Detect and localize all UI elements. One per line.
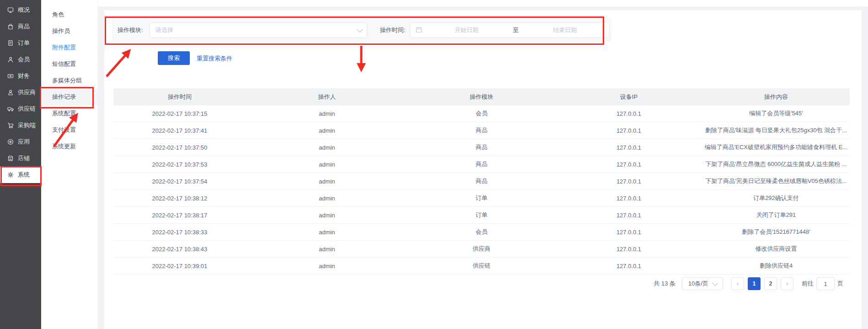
system-submenu-list: 角色 操作员 附件配置 短信配置 多媒体分组 操作记录 系统配置 支付设置 系统… <box>41 0 97 155</box>
sidebar-item-label: 采购端 <box>18 121 36 129</box>
finance-icon <box>7 73 14 79</box>
table-row: 2022-02-17 10:39:01admin供应链127.0.0.1删除供应… <box>113 258 850 275</box>
submenu-item-media-groups[interactable]: 多媒体分组 <box>41 72 97 89</box>
cell-time: 2022-02-17 10:37:41 <box>113 122 246 139</box>
goto-suffix-label: 页 <box>837 280 843 288</box>
table-row: 2022-02-17 10:37:41admin商品127.0.0.1删除了商品… <box>113 122 850 139</box>
end-date-input[interactable]: 结束日期 <box>520 26 609 34</box>
col-header-ip: 设备IP <box>555 88 702 105</box>
sidebar-item-shop[interactable]: 店铺 <box>0 150 41 167</box>
submenu-item-operators[interactable]: 操作员 <box>41 23 97 39</box>
cell-operator: admin <box>246 241 408 258</box>
start-date-input[interactable]: 开始日期 <box>422 26 511 34</box>
date-range-picker[interactable]: 开始日期 至 结束日期 <box>410 22 610 38</box>
operation-log-table-wrap: 操作时间 操作人 操作模块 设备IP 操作内容 2022-02-17 10:37… <box>113 88 850 275</box>
cell-ip: 127.0.0.1 <box>555 122 702 139</box>
goto-page-input[interactable] <box>816 277 835 290</box>
table-row: 2022-02-17 10:37:15admin会员127.0.0.1编辑了会员… <box>113 105 850 122</box>
main-sidebar: 概况 商品 订单 会员 财务 供应商 供应链 采购端 <box>0 0 41 329</box>
sidebar-item-label: 供应链 <box>18 105 36 113</box>
submenu-item-sms-config[interactable]: 短信配置 <box>41 56 97 72</box>
cell-operator: admin <box>246 190 408 207</box>
sidebar-item-label: 概况 <box>18 6 30 14</box>
cell-module: 商品 <box>408 173 555 190</box>
cell-time: 2022-02-17 10:37:15 <box>113 105 246 122</box>
sidebar-item-label: 店铺 <box>18 154 30 162</box>
cell-content: 删除了会员'15216771448' <box>702 224 850 241</box>
col-header-content: 操作内容 <box>702 88 850 105</box>
member-icon <box>7 56 14 63</box>
submenu-item-operation-log[interactable]: 操作记录 <box>41 89 97 105</box>
time-filter-label: 操作时间: <box>380 26 406 34</box>
cell-ip: 127.0.0.1 <box>555 139 702 156</box>
sidebar-item-system[interactable]: 系统 <box>0 167 41 183</box>
sidebar-item-procurement[interactable]: 采购端 <box>0 117 41 134</box>
cell-operator: admin <box>246 173 408 190</box>
cell-operator: admin <box>246 122 408 139</box>
submenu-item-payment-config[interactable]: 支付设置 <box>41 122 97 138</box>
search-button[interactable]: 搜索 <box>158 51 190 65</box>
cell-operator: admin <box>246 258 408 275</box>
table-row: 2022-02-17 10:38:33admin会员127.0.0.1删除了会员… <box>113 224 850 241</box>
operation-log-table: 操作时间 操作人 操作模块 设备IP 操作内容 2022-02-17 10:37… <box>113 88 850 275</box>
cell-ip: 127.0.0.1 <box>555 156 702 173</box>
apps-icon <box>7 139 14 145</box>
date-range-separator: 至 <box>511 26 520 34</box>
pagination-total: 共 13 条 <box>654 280 675 288</box>
cell-time: 2022-02-17 10:38:12 <box>113 190 246 207</box>
cell-content: 编辑了商品'ECX破壁机家用预约多功能辅食料理机 E... <box>702 139 850 156</box>
submenu-item-system-config[interactable]: 系统配置 <box>41 105 97 122</box>
calendar-icon <box>416 27 422 34</box>
table-header-row: 操作时间 操作人 操作模块 设备IP 操作内容 <box>113 88 850 105</box>
sidebar-item-supplier[interactable]: 供应商 <box>0 84 41 101</box>
chevron-down-icon <box>712 280 718 286</box>
goto-label: 前往 <box>802 280 814 288</box>
cell-ip: 127.0.0.1 <box>555 105 702 122</box>
sidebar-item-finance[interactable]: 财务 <box>0 68 41 84</box>
system-gear-icon <box>7 172 14 178</box>
sidebar-item-label: 财务 <box>18 72 30 80</box>
page-button-1[interactable]: 1 <box>748 277 761 290</box>
cell-content: 删除了商品'味滋源 每日坚果大礼包25gx30包 混合干... <box>702 122 850 139</box>
system-submenu: 角色 操作员 附件配置 短信配置 多媒体分组 操作记录 系统配置 支付设置 系统… <box>41 0 98 329</box>
cell-operator: admin <box>246 156 408 173</box>
cell-time: 2022-02-17 10:38:17 <box>113 207 246 224</box>
submenu-item-roles[interactable]: 角色 <box>41 6 97 23</box>
module-filter-label: 操作模块: <box>118 26 143 34</box>
cell-module: 供应商 <box>408 241 555 258</box>
sidebar-item-members[interactable]: 会员 <box>0 51 41 68</box>
cell-content: 下架了商品'完美日记至臻柔色丝绒唇釉V05色锈棕法... <box>702 173 850 190</box>
prev-page-button[interactable]: ‹ <box>731 277 744 290</box>
sidebar-item-label: 应用 <box>18 138 30 146</box>
cell-ip: 127.0.0.1 <box>555 241 702 258</box>
sidebar-item-orders[interactable]: 订单 <box>0 35 41 51</box>
submenu-item-system-update[interactable]: 系统更新 <box>41 138 97 155</box>
cell-module: 会员 <box>408 105 555 122</box>
submenu-item-attachment-config[interactable]: 附件配置 <box>41 39 97 56</box>
cell-content: 关闭了订单291 <box>702 207 850 224</box>
module-select[interactable]: 请选择 <box>150 22 367 38</box>
sidebar-item-apps[interactable]: 应用 <box>0 134 41 150</box>
sidebar-item-overview[interactable]: 概况 <box>0 2 41 18</box>
cell-time: 2022-02-17 10:39:01 <box>113 258 246 275</box>
filter-panel: 操作模块: 请选择 操作时间: 开始日期 至 结束日期 <box>112 18 611 42</box>
next-page-button[interactable]: › <box>781 277 793 290</box>
table-row: 2022-02-17 10:37:54admin商品127.0.0.1下架了商品… <box>113 173 850 190</box>
cell-time: 2022-02-17 10:37:53 <box>113 156 246 173</box>
table-row: 2022-02-17 10:38:43admin供应商127.0.0.1修改供应… <box>113 241 850 258</box>
cell-content: 修改供应商设置 <box>702 241 850 258</box>
module-select-placeholder: 请选择 <box>155 26 173 34</box>
content-area: 操作模块: 请选择 操作时间: 开始日期 至 结束日期 搜索 重置搜索条件 <box>97 0 868 329</box>
page-button-2[interactable]: 2 <box>764 277 777 290</box>
table-row: 2022-02-17 10:38:17admin订单127.0.0.1关闭了订单… <box>113 207 850 224</box>
sidebar-item-goods[interactable]: 商品 <box>0 18 41 35</box>
shop-icon <box>7 155 14 162</box>
cell-operator: admin <box>246 139 408 156</box>
reset-search-link[interactable]: 重置搜索条件 <box>197 54 232 63</box>
page-size-select[interactable]: 10条/页 <box>682 277 723 290</box>
cell-operator: admin <box>246 224 408 241</box>
table-row: 2022-02-17 10:37:53admin商品127.0.0.1下架了商品… <box>113 156 850 173</box>
procurement-icon <box>7 122 14 129</box>
col-header-operator: 操作人 <box>246 88 408 105</box>
sidebar-item-supply-chain[interactable]: 供应链 <box>0 101 41 117</box>
